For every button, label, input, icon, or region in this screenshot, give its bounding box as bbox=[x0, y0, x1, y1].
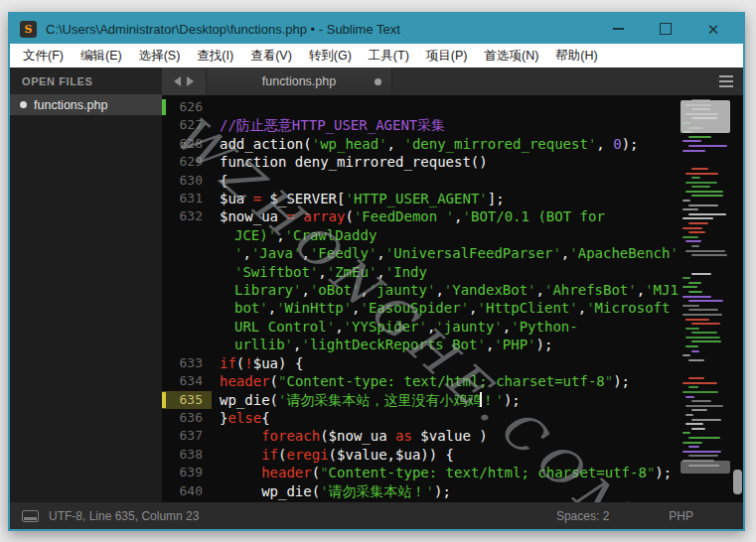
line-number: 634 bbox=[162, 372, 212, 390]
overflow-menu-icon[interactable] bbox=[709, 68, 743, 95]
tab-scroll-right-icon[interactable] bbox=[187, 76, 194, 86]
scrollbar-thumb[interactable] bbox=[733, 470, 742, 494]
line-number: 626 bbox=[162, 98, 212, 116]
code-line[interactable]: 632$now_ua = array('FeedDemon ','BOT/0.1… bbox=[162, 207, 680, 353]
line-number: 636 bbox=[162, 409, 212, 427]
editor-column: functions.php 626627//防止恶意HTTP_USER_AGEN… bbox=[162, 68, 743, 502]
indentation-status[interactable]: Spaces: 2 bbox=[556, 509, 609, 523]
vertical-scrollbar[interactable] bbox=[731, 95, 743, 502]
title-bar[interactable]: S C:\Users\Administrator\Desktop\functio… bbox=[10, 14, 743, 44]
line-number: 630 bbox=[162, 172, 212, 190]
menu-item[interactable]: 工具(T) bbox=[362, 45, 416, 68]
tab-scroll-nav bbox=[162, 68, 207, 95]
syntax-status[interactable]: PHP bbox=[669, 509, 693, 523]
code-line[interactable]: 636}else{ bbox=[162, 409, 680, 427]
console-panel-icon[interactable] bbox=[22, 510, 39, 522]
line-number: 633 bbox=[162, 354, 212, 372]
close-button[interactable]: ✕ bbox=[689, 14, 737, 44]
menu-item[interactable]: 首选项(N) bbox=[478, 45, 546, 68]
open-file-item[interactable]: functions.php bbox=[10, 94, 162, 115]
code-text: //防止恶意HTTP_USER_AGENT采集 bbox=[220, 116, 680, 134]
code-line[interactable]: 627//防止恶意HTTP_USER_AGENT采集 bbox=[162, 116, 680, 134]
code-editor[interactable]: 626627//防止恶意HTTP_USER_AGENT采集628add_acti… bbox=[162, 95, 743, 502]
line-number: 631 bbox=[162, 190, 212, 207]
menu-item[interactable]: 文件(F) bbox=[16, 45, 71, 68]
code-line[interactable]: 641 } bbox=[162, 500, 680, 502]
line-number: 641 bbox=[162, 500, 212, 502]
code-line[interactable]: 628add_action('wp_head', 'deny_mirrored_… bbox=[162, 135, 680, 153]
menu-item[interactable]: 查看(V) bbox=[243, 45, 299, 68]
tab-modified-dot-icon bbox=[375, 78, 381, 85]
code-line[interactable]: 640 wp_die('请勿采集本站！'); bbox=[162, 482, 680, 500]
code-text: wp_die('请勿采集本站，这里没有小鸡鸡！'); bbox=[220, 391, 680, 409]
code-text: wp_die('请勿采集本站！'); bbox=[220, 482, 680, 500]
code-text: }else{ bbox=[220, 409, 680, 427]
line-number: 632 bbox=[162, 207, 212, 353]
tab-spacer bbox=[392, 68, 709, 95]
code-text: foreach($now_ua as $value ) bbox=[220, 427, 680, 445]
modified-dot-icon bbox=[20, 101, 27, 108]
code-lines: 626627//防止恶意HTTP_USER_AGENT采集628add_acti… bbox=[162, 95, 680, 502]
tab-label: functions.php bbox=[262, 74, 336, 88]
maximize-button[interactable] bbox=[642, 14, 689, 44]
open-files-header: OPEN FILES bbox=[10, 68, 162, 94]
sublime-text-window: S C:\Users\Administrator\Desktop\functio… bbox=[8, 12, 745, 531]
line-number: 627 bbox=[162, 116, 212, 134]
code-line[interactable]: 635wp_die('请勿采集本站，这里没有小鸡鸡！'); bbox=[162, 391, 680, 409]
minimap[interactable] bbox=[680, 95, 731, 502]
code-line[interactable]: 637 foreach($now_ua as $value ) bbox=[162, 427, 680, 445]
tab-functions.php[interactable]: functions.php bbox=[207, 68, 392, 95]
code-line[interactable]: 626 bbox=[162, 98, 680, 116]
close-icon: ✕ bbox=[707, 22, 720, 37]
tab-scroll-left-icon[interactable] bbox=[174, 76, 181, 86]
minimize-icon bbox=[613, 28, 624, 30]
line-number: 635 bbox=[162, 391, 212, 409]
code-text: $now_ua = array('FeedDemon ','BOT/0.1 (B… bbox=[220, 207, 680, 353]
code-line[interactable]: 633if(!$ua) { bbox=[162, 354, 680, 372]
menu-item[interactable]: 转到(G) bbox=[302, 45, 359, 68]
menu-item[interactable]: 编辑(E) bbox=[74, 45, 129, 68]
added-line-marker bbox=[162, 99, 166, 115]
line-number: 637 bbox=[162, 427, 212, 445]
open-file-name: functions.php bbox=[34, 98, 107, 112]
line-number: 639 bbox=[162, 464, 212, 481]
modified-line-marker bbox=[162, 392, 166, 408]
menu-item[interactable]: 查找(I) bbox=[190, 45, 240, 68]
line-number: 638 bbox=[162, 446, 212, 464]
code-line[interactable]: 634header("Content-type: text/html; char… bbox=[162, 372, 680, 390]
code-line[interactable]: 629function deny_mirrored_request() bbox=[162, 153, 680, 171]
code-line[interactable]: 630{ bbox=[162, 172, 680, 190]
code-text: if(!$ua) { bbox=[220, 354, 680, 372]
window-controls: ✕ bbox=[594, 14, 737, 44]
line-number: 629 bbox=[162, 153, 212, 171]
sidebar: OPEN FILES functions.php bbox=[10, 68, 162, 502]
minimap-viewport[interactable] bbox=[680, 100, 730, 133]
line-number: 628 bbox=[162, 135, 212, 153]
tab-list: functions.php bbox=[207, 68, 392, 95]
code-text: } bbox=[220, 500, 680, 502]
code-text: if(eregi($value,$ua)) { bbox=[220, 446, 680, 464]
tab-bar: functions.php bbox=[162, 68, 743, 95]
code-text: header("Content-type: text/html; charset… bbox=[220, 464, 680, 481]
minimap-highlight-band bbox=[680, 461, 730, 474]
menu-item[interactable]: 选择(S) bbox=[132, 45, 188, 68]
minimize-button[interactable] bbox=[594, 14, 642, 44]
cursor-position-status: UTF-8, Line 635, Column 23 bbox=[49, 509, 199, 523]
line-number: 640 bbox=[162, 482, 212, 500]
code-text: header("Content-type: text/html; charset… bbox=[220, 372, 680, 390]
maximize-icon bbox=[660, 23, 672, 35]
code-line[interactable]: 631$ua = $_SERVER['HTTP_USER_AGENT']; bbox=[162, 190, 680, 207]
code-text: function deny_mirrored_request() bbox=[220, 153, 680, 171]
main-area: OPEN FILES functions.php functions.php 6… bbox=[10, 68, 743, 502]
status-right: Spaces: 2 PHP bbox=[556, 509, 743, 523]
code-line[interactable]: 638 if(eregi($value,$ua)) { bbox=[162, 446, 680, 464]
menu-bar: 文件(F)编辑(E)选择(S)查找(I)查看(V)转到(G)工具(T)项目(P)… bbox=[10, 44, 743, 68]
menu-item[interactable]: 项目(P) bbox=[419, 45, 475, 68]
status-bar: UTF-8, Line 635, Column 23 Spaces: 2 PHP bbox=[10, 502, 743, 529]
code-line[interactable]: 639 header("Content-type: text/html; cha… bbox=[162, 464, 680, 481]
code-text: add_action('wp_head', 'deny_mirrored_req… bbox=[220, 135, 680, 153]
window-title: C:\Users\Administrator\Desktop\functions… bbox=[46, 22, 594, 37]
code-text: { bbox=[220, 172, 680, 190]
open-files-list: functions.php bbox=[10, 94, 162, 115]
menu-item[interactable]: 帮助(H) bbox=[548, 45, 604, 68]
